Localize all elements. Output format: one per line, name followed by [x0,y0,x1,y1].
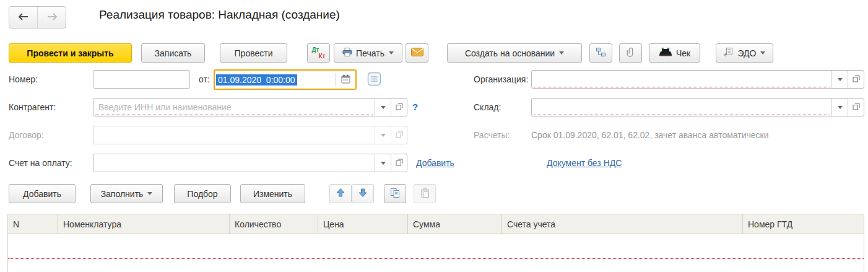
chevron-down-icon [147,192,152,195]
forward-arrow-icon [46,12,58,22]
organization-open-button[interactable] [848,71,864,88]
page-title: Реализация товаров: Накладная (создание) [99,8,340,22]
organization-field[interactable] [531,70,864,89]
pick-button[interactable]: Подбор [174,184,231,203]
add-row-button[interactable]: Добавить [9,184,76,203]
date-field[interactable]: 01.09.2020 0:00:00 [214,69,357,90]
post-and-close-label: Провести и закрыть [27,48,113,58]
column-header-n[interactable]: N [8,214,58,234]
organization-dropdown-button[interactable] [831,71,848,88]
no-vat-link[interactable]: Документ без НДС [547,154,622,172]
invoice-label: Счет на оплату: [9,154,72,172]
paste-rows-button [414,184,436,203]
counterparty-dropdown-button[interactable] [375,99,391,116]
envelope-icon [411,48,423,58]
column-header-quantity[interactable]: Количество [230,214,318,234]
document-menu-button[interactable] [366,72,382,88]
related-documents-button[interactable] [589,43,612,63]
chevron-down-icon [381,162,386,165]
help-question-icon[interactable]: ? [412,98,418,116]
items-table-header: N Номенклатура Количество Цена Сумма Сче… [7,214,864,234]
create-based-on-label: Создать на основании [465,48,555,58]
counterparty-input[interactable] [98,102,370,112]
counterparty-field[interactable] [93,98,407,116]
fill-button[interactable]: Заполнить [90,184,163,203]
dtkt-icon: Дт Кт [312,46,326,60]
date-value-selected[interactable]: 01.09.2020 0:00:00 [216,74,297,86]
number-field[interactable] [93,70,190,89]
chevron-down-icon [381,134,386,137]
contract-field [93,126,407,144]
warehouse-label: Склад: [474,98,501,116]
arrow-down-icon [358,188,368,200]
calendar-icon [341,74,350,86]
contract-label: Договор: [9,126,44,144]
copy-icon [390,188,401,200]
structure-icon [596,47,606,59]
open-icon [853,74,860,84]
invoice-field[interactable] [93,154,407,172]
edit-label: Изменить [253,189,292,199]
post-label: Провести [235,48,273,58]
post-button[interactable]: Провести [220,43,287,63]
print-button[interactable]: Печать [334,43,402,63]
copy-rows-button[interactable] [384,184,406,203]
print-label: Печать [356,48,384,58]
pick-label: Подбор [187,189,217,199]
column-header-price[interactable]: Цена [318,214,408,234]
paperclip-icon [627,47,635,59]
edo-button[interactable]: ЭДО [716,43,773,63]
counterparty-open-button[interactable] [391,99,407,116]
calendar-button[interactable] [336,71,355,89]
edit-button[interactable]: Изменить [240,184,305,203]
cash-register-icon [659,47,672,59]
open-icon [396,130,403,140]
new-row-indicator [8,258,864,259]
dtkt-postings-button[interactable]: Дт Кт [307,43,330,63]
column-header-accounts[interactable]: Счета учета [502,214,743,234]
edo-label: ЭДО [738,48,757,58]
open-icon [396,102,403,112]
chevron-down-icon [760,51,765,55]
chevron-down-icon [389,51,394,55]
number-label: Номер: [9,70,38,89]
back-button[interactable] [9,7,37,28]
open-icon [853,102,860,112]
column-header-amount[interactable]: Сумма [408,214,502,234]
add-invoice-link[interactable]: Добавить [416,154,454,172]
invoice-open-button[interactable] [391,154,407,172]
number-input[interactable] [98,74,184,84]
column-header-nomenclature[interactable]: Номенклатура [58,214,230,234]
edo-exchange-icon [724,47,734,59]
save-button[interactable]: Записать [141,43,205,63]
contract-open-button [391,126,407,144]
warehouse-dropdown-button[interactable] [831,99,848,116]
open-icon [396,158,403,168]
list-menu-icon [367,72,381,88]
create-based-on-button[interactable]: Создать на основании [447,43,582,63]
post-and-close-button[interactable]: Провести и закрыть [9,43,132,63]
fill-label: Заполнить [101,189,144,199]
warehouse-field[interactable] [531,98,864,116]
column-header-gtd[interactable]: Номер ГТД [743,214,864,234]
paste-icon [420,188,430,200]
contract-dropdown-button [375,126,391,144]
counterparty-label: Контрагент: [9,98,56,116]
organization-label: Организация: [474,70,528,89]
arrow-up-icon [336,188,345,200]
settlements-value: Срок 01.09.2020, 62.01, 62.02, зачет ава… [531,126,769,144]
warehouse-open-button[interactable] [848,99,864,116]
send-email-button[interactable] [406,43,428,63]
move-down-button[interactable] [352,184,374,203]
move-up-button[interactable] [329,184,352,203]
receipt-label: Чек [676,48,690,58]
back-arrow-icon [18,12,29,22]
chevron-down-icon [381,106,386,109]
receipt-button[interactable]: Чек [649,43,700,63]
chevron-down-icon [559,51,564,55]
forward-button[interactable] [37,7,66,28]
invoice-dropdown-button[interactable] [375,154,391,172]
save-label: Записать [155,48,192,58]
attachments-button[interactable] [619,43,642,63]
items-table-body[interactable] [7,234,864,272]
